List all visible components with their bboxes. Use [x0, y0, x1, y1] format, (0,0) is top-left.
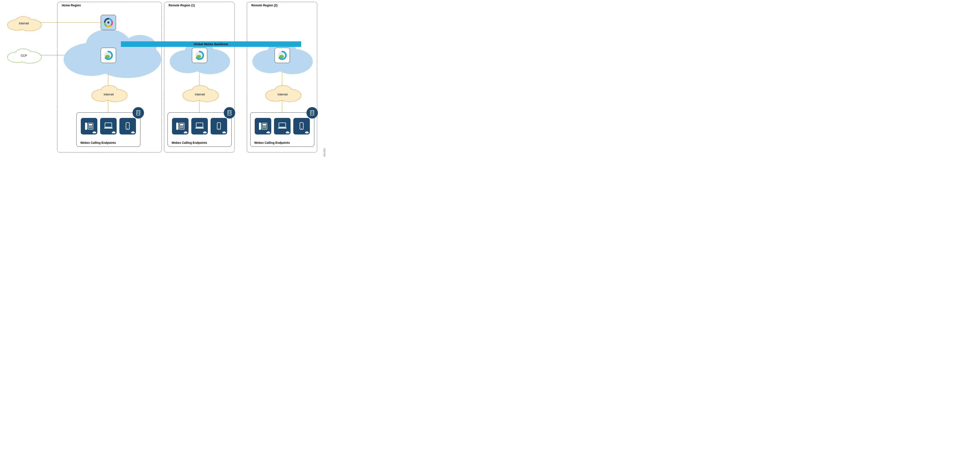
svg-point-114: [223, 131, 225, 132]
endpoints-r1: Webex Calling Endpoints: [167, 112, 232, 147]
svg-rect-69: [91, 126, 92, 127]
svg-rect-135: [278, 127, 286, 129]
svg-rect-129: [264, 127, 265, 128]
svg-rect-87: [228, 111, 229, 112]
svg-rect-117: [313, 111, 313, 112]
svg-rect-90: [230, 112, 231, 113]
ccp-label: CCP: [4, 54, 43, 57]
svg-rect-91: [228, 113, 229, 114]
svg-rect-61: [139, 112, 139, 113]
svg-point-85: [132, 131, 134, 132]
ccp-cloud-wrap: CCP: [4, 47, 43, 64]
building-badge-home: [132, 107, 144, 119]
internet-external-label: Internet: [4, 22, 43, 25]
svg-rect-88: [230, 111, 231, 112]
svg-rect-128: [263, 127, 264, 128]
svg-rect-59: [139, 111, 139, 112]
webex-icon: [277, 50, 287, 61]
svg-point-109: [204, 131, 206, 132]
svg-rect-96: [180, 126, 181, 127]
laptop-icon: [194, 121, 205, 132]
device-laptop-r2: [274, 118, 291, 134]
svg-rect-134: [279, 123, 286, 127]
svg-point-75: [94, 131, 95, 132]
svg-rect-58: [137, 111, 138, 112]
cloud-mini-icon: [305, 131, 309, 134]
region-remote1-title: Remote Region (1): [169, 3, 195, 7]
svg-point-138: [287, 131, 288, 132]
svg-rect-119: [313, 112, 313, 113]
cloud-mini-icon: [222, 131, 226, 134]
svg-rect-77: [104, 127, 113, 129]
svg-point-36: [196, 55, 201, 58]
cloud-mini-icon: [92, 131, 97, 134]
svg-rect-105: [196, 123, 203, 127]
svg-rect-126: [264, 126, 265, 127]
svg-rect-121: [313, 113, 313, 114]
svg-rect-100: [181, 127, 182, 128]
control-hub-box: [101, 15, 116, 30]
svg-rect-130: [265, 127, 266, 128]
internet-home-label: Internet: [89, 93, 128, 96]
laptop-icon: [277, 121, 288, 132]
deskphone-icon: [258, 121, 268, 132]
cloud-mini-icon: [203, 131, 207, 134]
endpoints-r2-label: Webex Calling Endpoints: [254, 141, 290, 145]
svg-rect-70: [89, 127, 90, 128]
webex-box-r2: [275, 48, 290, 63]
building-icon: [226, 110, 232, 116]
internet-r1-label: Internet: [180, 93, 220, 96]
device-deskphone-r2: [255, 118, 271, 134]
webex-box-r1: [192, 48, 207, 63]
internet-cloud-r2-wrap: Internet: [263, 85, 302, 104]
internet-cloud-home-wrap: Internet: [89, 85, 128, 104]
svg-rect-106: [195, 127, 204, 129]
cloud-mini-icon: [111, 131, 116, 134]
svg-rect-60: [137, 112, 138, 113]
svg-rect-63: [139, 113, 139, 114]
cloud-mini-icon: [285, 131, 290, 134]
svg-rect-127: [265, 126, 266, 127]
svg-rect-93: [176, 123, 178, 130]
mobile-icon: [123, 121, 133, 132]
control-hub-icon: [103, 18, 113, 27]
svg-rect-120: [311, 113, 312, 114]
svg-rect-62: [137, 113, 138, 114]
cloud-mini-icon: [183, 131, 188, 134]
building-badge-r2: [307, 107, 318, 119]
device-mobile-r1: [211, 118, 227, 134]
webex-box-home: [101, 48, 116, 63]
mobile-icon: [213, 121, 224, 132]
svg-point-140: [301, 128, 302, 129]
svg-rect-101: [183, 127, 183, 128]
building-badge-r1: [224, 107, 235, 119]
endpoints-home: Webex Calling Endpoints: [76, 112, 140, 147]
building-icon: [309, 110, 315, 116]
device-laptop-r1: [191, 118, 208, 134]
region-home-title: Home Region: [62, 3, 81, 7]
cloud-mini-icon: [266, 131, 270, 134]
svg-rect-89: [228, 112, 229, 113]
svg-point-111: [218, 128, 219, 129]
watermark-id: 461492: [323, 148, 326, 156]
svg-point-133: [267, 131, 269, 132]
svg-rect-67: [89, 126, 90, 127]
svg-rect-99: [180, 127, 181, 128]
diagram-stage: Internet CCP Home Region Remote Region (…: [0, 0, 326, 156]
svg-rect-118: [311, 112, 312, 113]
device-deskphone-r1: [172, 118, 189, 134]
svg-point-32: [107, 21, 110, 24]
cloud-mini-icon: [131, 131, 135, 134]
device-deskphone-home: [81, 118, 97, 134]
svg-point-34: [105, 55, 110, 58]
endpoints-r1-label: Webex Calling Endpoints: [172, 141, 207, 145]
region-remote2-title: Remote Region (2): [251, 3, 278, 7]
svg-point-80: [113, 131, 115, 132]
building-icon: [135, 110, 141, 116]
svg-rect-116: [311, 111, 312, 112]
svg-rect-92: [230, 113, 231, 114]
svg-rect-125: [263, 126, 264, 127]
deskphone-icon: [175, 121, 186, 132]
svg-rect-68: [90, 126, 91, 127]
internet-cloud-r1-wrap: Internet: [180, 85, 220, 104]
